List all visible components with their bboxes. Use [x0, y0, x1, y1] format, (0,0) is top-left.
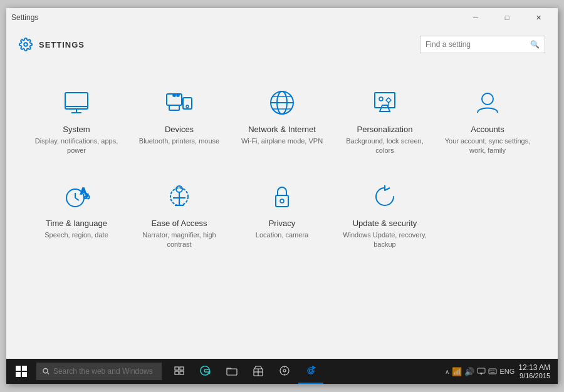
taskbar-search-input[interactable]	[53, 367, 155, 376]
svg-point-48	[283, 369, 286, 372]
network-desc: Wi-Fi, airplane mode, VPN	[241, 137, 323, 146]
tray-language: ENG	[499, 368, 514, 375]
personalization-desc: Background, lock screen, colors	[340, 137, 430, 156]
time-icon: A あ	[61, 181, 92, 212]
setting-item-update[interactable]: Update & security Windows Update, recove…	[333, 168, 436, 262]
tray-clock: 12:13 AM 9/16/2015	[518, 363, 550, 379]
svg-rect-10	[177, 94, 179, 96]
system-desc: Display, notifications, apps, power	[31, 137, 122, 156]
volume-icon: 🔊	[464, 367, 474, 376]
taskview-button[interactable]	[167, 359, 192, 384]
svg-rect-40	[180, 367, 184, 370]
setting-item-personalization[interactable]: Personalization Background, lock screen,…	[333, 75, 436, 168]
start-button[interactable]	[9, 359, 34, 384]
wifi-icon: 📶	[452, 367, 462, 376]
ease-name: Ease of Access	[152, 219, 207, 228]
taskbar-tray: ∧ 📶 🔊 ENG 12:13 AM 9/16/2015	[445, 363, 555, 379]
svg-rect-31	[276, 195, 288, 207]
svg-line-38	[48, 373, 49, 374]
svg-text:あ: あ	[84, 192, 90, 199]
svg-rect-39	[175, 367, 179, 370]
explorer-button[interactable]	[219, 359, 244, 384]
settings-grid: System Display, notifications, apps, pow…	[6, 62, 558, 364]
maximize-button[interactable]: □	[493, 8, 521, 27]
accounts-icon	[472, 87, 503, 118]
svg-rect-41	[175, 371, 179, 374]
search-icon: 🔍	[530, 40, 540, 49]
accounts-desc: Your account, sync settings, work, famil…	[442, 137, 533, 156]
main-content: SETTINGS 🔍 System Disp	[6, 27, 558, 384]
svg-point-32	[280, 199, 284, 203]
svg-rect-35	[16, 372, 21, 377]
taskbar-apps	[167, 359, 323, 384]
taskbar-search[interactable]	[36, 363, 162, 380]
system-tray: ∧ 📶 🔊 ENG	[445, 367, 514, 376]
media-button[interactable]	[272, 359, 297, 384]
network-name: Network & Internet	[248, 125, 316, 134]
devices-icon	[164, 87, 195, 118]
svg-point-0	[24, 43, 28, 46]
svg-rect-42	[180, 371, 184, 374]
svg-point-25	[176, 186, 182, 192]
title-bar: Settings ─ □ ✕	[6, 8, 558, 27]
time-name: Time & language	[46, 219, 107, 228]
svg-point-19	[482, 93, 493, 105]
svg-rect-43	[227, 369, 237, 375]
update-desc: Windows Update, recovery, backup	[340, 230, 430, 250]
window-title: Settings	[11, 13, 38, 22]
devices-desc: Bluetooth, printers, mouse	[139, 137, 219, 146]
setting-item-network[interactable]: Network & Internet Wi-Fi, airplane mode,…	[231, 75, 333, 168]
svg-rect-52	[478, 368, 485, 373]
settings-taskbar-button[interactable]	[298, 359, 323, 384]
svg-rect-9	[173, 94, 175, 96]
close-button[interactable]: ✕	[524, 8, 553, 27]
ease-icon	[164, 181, 195, 212]
search-input[interactable]	[426, 40, 530, 49]
tray-date: 9/16/2015	[518, 372, 550, 379]
svg-rect-33	[16, 366, 21, 371]
svg-point-47	[280, 366, 289, 375]
settings-gear-icon	[19, 38, 33, 51]
svg-point-18	[379, 97, 383, 101]
search-box[interactable]: 🔍	[420, 36, 545, 53]
setting-item-privacy[interactable]: Privacy Location, camera	[231, 168, 333, 262]
svg-rect-36	[22, 372, 27, 377]
store-button[interactable]	[246, 359, 271, 384]
update-icon	[369, 181, 400, 212]
tray-time: 12:13 AM	[518, 363, 550, 372]
setting-item-ease[interactable]: Ease of Access Narrator, magnifier, high…	[128, 168, 231, 262]
svg-line-22	[75, 198, 79, 200]
svg-rect-6	[169, 105, 179, 110]
personalization-name: Personalization	[357, 125, 413, 134]
display-icon	[477, 367, 486, 376]
privacy-name: Privacy	[269, 219, 296, 228]
svg-rect-55	[489, 369, 496, 374]
setting-item-time[interactable]: A あ Time & language Speech, region, date	[25, 168, 128, 262]
time-desc: Speech, region, date	[44, 230, 108, 240]
network-icon	[266, 87, 298, 118]
setting-item-system[interactable]: System Display, notifications, apps, pow…	[25, 75, 128, 168]
privacy-desc: Location, camera	[256, 230, 308, 240]
svg-point-8	[186, 105, 189, 108]
app-title: SETTINGS	[39, 40, 85, 49]
taskbar: ∧ 📶 🔊 ENG 12:13 AM 9/16/2015	[6, 359, 558, 384]
app-header: SETTINGS 🔍	[6, 27, 558, 62]
keyboard-icon	[488, 368, 497, 374]
minimize-button[interactable]: ─	[461, 8, 490, 27]
setting-item-devices[interactable]: Devices Bluetooth, printers, mouse	[128, 75, 231, 168]
window-controls: ─ □ ✕	[461, 8, 553, 27]
svg-rect-34	[22, 366, 27, 371]
svg-point-51	[310, 369, 313, 373]
system-icon	[61, 87, 92, 118]
personalization-icon	[369, 87, 400, 118]
system-name: System	[63, 125, 90, 134]
ease-desc: Narrator, magnifier, high contrast	[134, 230, 224, 250]
devices-name: Devices	[165, 125, 194, 134]
edge-button[interactable]	[193, 359, 218, 384]
setting-item-accounts[interactable]: Accounts Your account, sync settings, wo…	[436, 75, 539, 168]
privacy-icon	[266, 181, 298, 212]
update-name: Update & security	[353, 219, 417, 228]
accounts-name: Accounts	[471, 125, 504, 134]
tray-expand-icon[interactable]: ∧	[445, 368, 449, 375]
svg-point-37	[43, 368, 48, 373]
